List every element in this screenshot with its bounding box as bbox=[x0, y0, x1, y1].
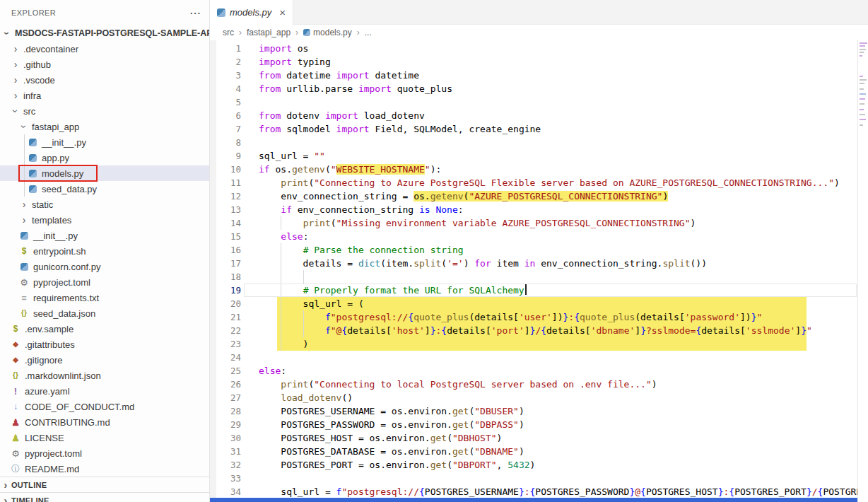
code-line-30[interactable]: 30 POSTGRES_HOST = os.environ.get("DBHOS… bbox=[210, 431, 868, 445]
code-line-10[interactable]: 10if os.getenv("WEBSITE_HOSTNAME"): bbox=[210, 163, 868, 176]
line-number[interactable]: 10 bbox=[210, 163, 241, 176]
code-line-33[interactable]: 33 bbox=[210, 472, 868, 485]
tree-item-license[interactable]: ♟LICENSE bbox=[0, 430, 209, 445]
code-line-20[interactable]: 20 sql_url = ( bbox=[210, 297, 868, 310]
chevron-right-icon[interactable]: › bbox=[10, 75, 21, 85]
line-number[interactable]: 8 bbox=[210, 136, 241, 149]
tree-item-azure-yaml[interactable]: !azure.yaml bbox=[0, 383, 209, 399]
chevron-right-icon[interactable]: › bbox=[18, 215, 30, 225]
code-line-14[interactable]: 14 print("Missing environment variable A… bbox=[210, 216, 868, 230]
code-line-27[interactable]: 27 load_dotenv() bbox=[210, 391, 868, 404]
code-line-12[interactable]: 12 env_connection_string = os.getenv("AZ… bbox=[210, 189, 868, 203]
tree-item-seed-data-py[interactable]: seed_data.py bbox=[0, 181, 209, 197]
tree-item-env-sample[interactable]: $.env.sample bbox=[0, 321, 209, 337]
code-line-11[interactable]: 11 print("Connecting to Azure PostgreSQL… bbox=[210, 176, 868, 189]
tree-item-contributing-md[interactable]: ♟CONTRIBUTING.md bbox=[0, 414, 209, 430]
line-number[interactable]: 17 bbox=[210, 257, 241, 270]
line-number[interactable]: 31 bbox=[210, 445, 241, 458]
chevron-right-icon[interactable]: › bbox=[10, 91, 21, 100]
code-line-34[interactable]: 34 sql_url = f"postgresql://{POSTGRES_US… bbox=[210, 485, 868, 498]
code-line-22[interactable]: 22 f"@{details['host']}:{details['port']… bbox=[210, 324, 868, 337]
line-number[interactable]: 9 bbox=[210, 149, 241, 163]
code-line-8[interactable]: 8 bbox=[210, 136, 868, 149]
tree-item-requirements-txt[interactable]: ≡requirements.txt bbox=[0, 290, 209, 305]
code-line-26[interactable]: 26 print("Connecting to local PostgreSQL… bbox=[210, 378, 868, 391]
line-number[interactable]: 33 bbox=[210, 472, 241, 485]
line-number[interactable]: 18 bbox=[210, 270, 241, 284]
chevron-down-icon[interactable]: › bbox=[11, 105, 20, 117]
chevron-right-icon[interactable]: › bbox=[10, 59, 21, 69]
tree-item-code-of-conduct-md[interactable]: ↓CODE_OF_CONDUCT.md bbox=[0, 399, 209, 414]
tree-item-vscode[interactable]: ›.vscode bbox=[0, 72, 209, 88]
line-number[interactable]: 7 bbox=[210, 122, 241, 136]
line-number[interactable]: 34 bbox=[210, 485, 241, 498]
tree-item-infra[interactable]: ›infra bbox=[0, 88, 209, 103]
code-line-13[interactable]: 13 if env_connection_string is None: bbox=[210, 203, 868, 216]
tree-item-entrypoint-sh[interactable]: $entrypoint.sh bbox=[0, 243, 209, 259]
code-line-4[interactable]: 4from urllib.parse import quote_plus bbox=[210, 82, 868, 95]
line-number[interactable]: 5 bbox=[210, 95, 241, 109]
tree-item-gitignore[interactable]: ◆.gitignore bbox=[0, 352, 209, 368]
line-number[interactable]: 29 bbox=[210, 418, 241, 431]
breadcrumb-item-models-py[interactable]: models.py bbox=[303, 28, 352, 37]
tree-item-gitattributes[interactable]: ◆.gitattributes bbox=[0, 337, 209, 352]
line-number[interactable]: 23 bbox=[210, 337, 241, 351]
line-number[interactable]: 25 bbox=[210, 364, 241, 378]
section-timeline[interactable]: › TIMELINE bbox=[0, 492, 209, 502]
minimap[interactable] bbox=[857, 40, 868, 502]
code-line-17[interactable]: 17 details = dict(item.split('=') for it… bbox=[210, 257, 868, 270]
tree-item-pyproject-toml[interactable]: ⚙pyproject.toml bbox=[0, 274, 209, 290]
line-number[interactable]: 26 bbox=[210, 378, 241, 391]
code-line-3[interactable]: 3from datetime import datetime bbox=[210, 69, 868, 82]
line-number[interactable]: 28 bbox=[210, 404, 241, 418]
tree-item-github[interactable]: ›.github bbox=[0, 57, 209, 72]
code-line-24[interactable]: 24 bbox=[210, 351, 868, 364]
section-outline[interactable]: › OUTLINE bbox=[0, 477, 209, 492]
line-number[interactable]: 12 bbox=[210, 189, 241, 203]
tree-item-gunicorn-conf-py[interactable]: gunicorn.conf.py bbox=[0, 259, 209, 274]
code-line-5[interactable]: 5 bbox=[210, 95, 868, 109]
code-line-21[interactable]: 21 f"postgresql://{quote_plus(details['u… bbox=[210, 310, 868, 324]
line-number[interactable]: 15 bbox=[210, 230, 241, 243]
code-line-1[interactable]: 1import os bbox=[210, 42, 868, 55]
line-number[interactable]: 20 bbox=[210, 297, 241, 310]
line-number[interactable]: 13 bbox=[210, 203, 241, 216]
tree-item-seed-data-json[interactable]: {}seed_data.json bbox=[0, 305, 209, 321]
line-number[interactable]: 3 bbox=[210, 69, 241, 82]
code-line-7[interactable]: 7from sqlmodel import Field, SQLModel, c… bbox=[210, 122, 868, 136]
line-number[interactable]: 2 bbox=[210, 55, 241, 69]
code-line-23[interactable]: 23 ) bbox=[210, 337, 868, 351]
tree-item-readme-md[interactable]: ⓘREADME.md bbox=[0, 461, 209, 477]
code-line-19[interactable]: 19 # Properly format the URL for SQLAlch… bbox=[210, 284, 868, 297]
code-line-6[interactable]: 6from dotenv import load_dotenv bbox=[210, 109, 868, 122]
line-number[interactable]: 24 bbox=[210, 351, 241, 364]
code-editor[interactable]: 1import os2import typing3from datetime i… bbox=[210, 40, 868, 502]
horizontal-scrollbar[interactable] bbox=[210, 498, 857, 502]
chevron-right-icon[interactable]: › bbox=[18, 199, 30, 209]
tree-item-markdownlint-json[interactable]: {}.markdownlint.json bbox=[0, 368, 209, 383]
tree-item-models-py[interactable]: models.py bbox=[0, 165, 209, 181]
line-number[interactable]: 27 bbox=[210, 391, 241, 404]
line-number[interactable]: 14 bbox=[210, 216, 241, 230]
code-line-9[interactable]: 9sql_url = "" bbox=[210, 149, 868, 163]
tree-item-app-py[interactable]: app.py bbox=[0, 150, 209, 165]
breadcrumb-item-src[interactable]: src bbox=[223, 28, 234, 37]
more-actions-icon[interactable]: ⋯ bbox=[189, 6, 201, 20]
line-number[interactable]: 1 bbox=[210, 42, 241, 55]
line-number[interactable]: 16 bbox=[210, 243, 241, 257]
code-line-16[interactable]: 16 # Parse the connection string bbox=[210, 243, 868, 257]
breadcrumb-item-fastapi-app[interactable]: fastapi_app bbox=[247, 28, 291, 37]
tree-item-pyproject-toml[interactable]: ⚙pyproject.toml bbox=[0, 445, 209, 461]
tree-item-static[interactable]: ›static bbox=[0, 197, 209, 212]
tree-item-devcontainer[interactable]: ›.devcontainer bbox=[0, 41, 209, 57]
tree-item-init-py[interactable]: __init__.py bbox=[0, 228, 209, 243]
line-number[interactable]: 19 bbox=[210, 284, 241, 297]
tree-root-folder[interactable]: › MSDOCS-FASTAPI-POSTGRESQL-SAMPLE-APP [… bbox=[0, 25, 209, 41]
chevron-down-icon[interactable]: › bbox=[19, 121, 29, 132]
line-number[interactable]: 30 bbox=[210, 431, 241, 445]
tree-item-init-py[interactable]: __init__.py bbox=[0, 134, 209, 150]
tab-models-py[interactable]: models.py × bbox=[210, 0, 293, 25]
code-line-18[interactable]: 18 bbox=[210, 270, 868, 284]
chevron-right-icon[interactable]: › bbox=[10, 44, 21, 54]
line-number[interactable]: 6 bbox=[210, 109, 241, 122]
